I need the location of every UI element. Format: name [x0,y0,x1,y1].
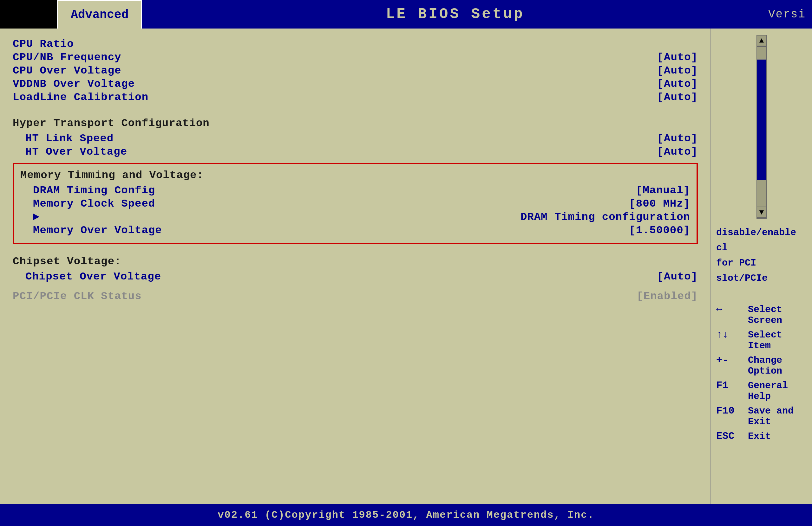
memory-section-label: Memory Timming and Voltage: [20,169,204,181]
plus-minus-key: +- [716,354,748,366]
legend-select-screen: ↔ Select Screen [716,303,807,326]
ht-link-speed-value: [Auto] [657,133,698,145]
bios-title: LE BIOS Setup [142,0,768,29]
cpu-over-voltage-value: [Auto] [657,65,698,77]
legend-exit: ESC Exit [716,430,807,442]
scrollbar-track[interactable]: ▼ [756,46,767,219]
save-exit-desc: Save and Exit [748,406,807,427]
esc-key: ESC [716,430,748,442]
dram-timing-config-value: [Manual] [636,184,690,196]
chipset-voltage-label: Chipset Voltage: [13,255,121,268]
cpu-nb-freq-value: [Auto] [657,51,698,63]
right-sidebar: ▲ ▼ disable/enable cl for PCI slot/PCIe … [710,29,812,504]
vddnb-over-voltage-row[interactable]: VDDNB Over Voltage [Auto] [13,78,698,90]
legend-save-exit: F10 Save and Exit [716,405,807,427]
ht-over-voltage-value: [Auto] [657,146,698,158]
change-option-desc: Change Option [748,355,807,376]
pci-clk-value: [Enabled] [637,290,698,302]
advanced-tab[interactable]: Advanced [57,0,142,29]
cpu-ratio-row[interactable]: CPU Ratio [13,38,698,50]
chipset-over-voltage-row[interactable]: Chipset Over Voltage [Auto] [13,271,698,283]
memory-section-header-row: Memory Timming and Voltage: [20,169,690,183]
select-item-desc: Select Item [748,330,807,351]
cpu-nb-freq-label: CPU/NB Frequency [13,51,121,63]
ht-config-section: Hyper Transport Configuration [13,111,698,131]
pci-clk-row[interactable]: PCI/PCIe CLK Status [Enabled] [13,290,698,302]
ht-link-speed-label: HT Link Speed [25,133,114,145]
submenu-arrow-icon: ► [33,211,39,223]
dram-timing-conf-sub-label: DRAM Timing configuration [521,211,690,223]
cpu-nb-freq-row[interactable]: CPU/NB Frequency [Auto] [13,51,698,63]
ht-link-speed-row[interactable]: HT Link Speed [Auto] [13,133,698,145]
legend-select-item: ↑↓ Select Item [716,329,807,351]
legend-change-option: +- Change Option [716,354,807,376]
memory-clock-speed-row[interactable]: Memory Clock Speed [800 MHz] [20,198,690,210]
chipset-over-voltage-label: Chipset Over Voltage [25,271,161,283]
arrow-lr-key: ↔ [716,303,748,315]
f10-key: F10 [716,405,748,417]
memory-over-voltage-label: Memory Over Voltage [33,224,162,236]
scrollbar-up-button[interactable]: ▲ [756,35,767,46]
bios-screen: Advanced LE BIOS Setup Versi CPU Ratio C… [0,0,812,526]
footer-text: v02.61 (C)Copyright 1985-2001, American … [218,509,594,521]
help-text-panel: disable/enable cl for PCI slot/PCIe [711,219,812,292]
memory-over-voltage-value: [1.50000] [629,224,690,236]
memory-over-voltage-row[interactable]: Memory Over Voltage [1.50000] [20,224,690,236]
main-content: CPU Ratio CPU/NB Frequency [Auto] CPU Ov… [0,29,812,504]
dram-timing-config-row[interactable]: DRAM Timing Config [Manual] [20,184,690,196]
vddnb-over-voltage-value: [Auto] [657,78,698,90]
key-legend: ↔ Select Screen ↑↓ Select Item +- Change… [711,299,812,450]
memory-clock-speed-value: [800 MHz] [629,198,690,210]
header-bar: Advanced LE BIOS Setup Versi [0,0,812,29]
cpu-over-voltage-row[interactable]: CPU Over Voltage [Auto] [13,65,698,77]
pci-clk-label: PCI/PCIe CLK Status [13,290,142,302]
f1-key: F1 [716,380,748,391]
cpu-over-voltage-label: CPU Over Voltage [13,65,121,77]
help-line-2: for PCI slot/PCIe [716,255,807,286]
vddnb-over-voltage-label: VDDNB Over Voltage [13,78,135,90]
advanced-tab-label: Advanced [71,8,129,21]
loadline-calibration-value: [Auto] [657,91,698,103]
scrollbar[interactable]: ▲ ▼ [752,35,771,219]
scrollbar-thumb[interactable] [757,60,766,180]
memory-section: Memory Timming and Voltage: DRAM Timing … [13,163,698,244]
ht-over-voltage-row[interactable]: HT Over Voltage [Auto] [13,146,698,158]
ht-over-voltage-label: HT Over Voltage [25,146,127,158]
loadline-calibration-row[interactable]: LoadLine Calibration [Auto] [13,91,698,103]
loadline-calibration-label: LoadLine Calibration [13,91,148,103]
help-line-1: disable/enable cl [716,225,807,255]
ht-config-label: Hyper Transport Configuration [13,117,210,129]
legend-general-help: F1 General Help [716,380,807,402]
chipset-over-voltage-value: [Auto] [657,271,698,283]
dram-timing-config-label: DRAM Timing Config [33,184,155,196]
select-screen-desc: Select Screen [748,304,807,326]
chipset-voltage-section: Chipset Voltage: [13,249,698,269]
bios-version: Versi [768,0,812,29]
menu-panel: CPU Ratio CPU/NB Frequency [Auto] CPU Ov… [0,29,710,504]
dram-timing-conf-sub-row[interactable]: ► DRAM Timing configuration [20,211,690,223]
footer-bar: v02.61 (C)Copyright 1985-2001, American … [0,504,812,526]
memory-clock-speed-label: Memory Clock Speed [33,198,155,210]
exit-desc: Exit [748,431,771,442]
scrollbar-down-button[interactable]: ▼ [756,207,767,218]
general-help-desc: General Help [748,380,807,402]
cpu-ratio-label: CPU Ratio [13,38,74,50]
arrow-ud-key: ↑↓ [716,329,748,341]
